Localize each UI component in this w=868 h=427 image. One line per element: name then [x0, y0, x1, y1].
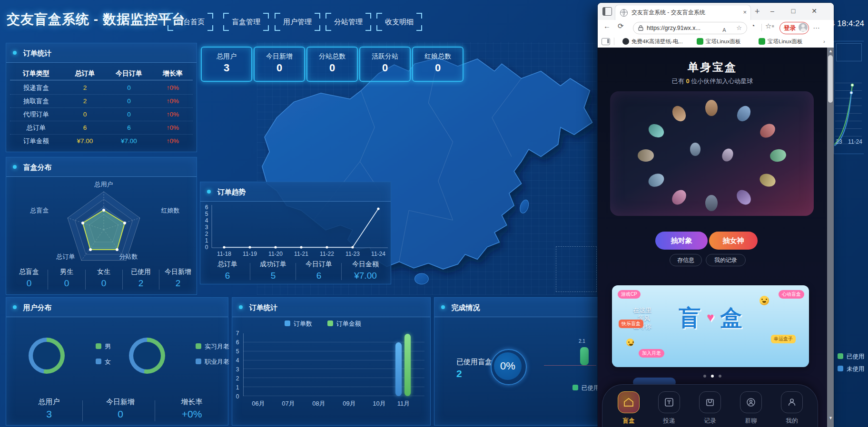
login-button[interactable]: 登录 — [779, 22, 809, 34]
panel-dot — [13, 165, 17, 169]
stat-card-active-sites: 活跃分站 0 — [359, 47, 411, 82]
my-records-button[interactable]: 我的记录 — [706, 254, 746, 266]
read-aloud-icon[interactable]: Aゞ — [722, 22, 730, 36]
smiley-icon — [760, 296, 769, 305]
scroll-down-icon[interactable]: ▼ — [829, 416, 833, 420]
banner-tag-game-cp: 游戏CP — [618, 290, 641, 299]
workspaces-icon[interactable] — [602, 7, 612, 16]
bar-legend: 订单数 订单金额 — [285, 320, 361, 328]
group-chat-icon — [746, 398, 756, 407]
completion-label: 已使用盲盒 — [456, 358, 492, 367]
matchmaker-legend: 实习月老 职业月老 — [196, 342, 229, 366]
carousel-dots[interactable] — [598, 371, 827, 379]
page-scrollbar[interactable]: ▲ ▼ — [827, 48, 834, 427]
nav-finance[interactable]: 收支明细 — [376, 13, 422, 31]
extension-cookie-icon[interactable]: ◔ — [751, 22, 755, 29]
save-info-button[interactable]: 存信息 — [670, 254, 702, 266]
legend-male-swatch — [96, 343, 101, 349]
favorite-star-icon[interactable]: ☆ — [736, 22, 742, 34]
browser-window: 交友盲盒系统 - 交友盲盒系统 × + – □ ✕ ← ⟳ https://gr… — [598, 3, 834, 427]
map-inset-islands — [556, 246, 597, 292]
nav-user-manage[interactable]: 用户管理 — [275, 13, 320, 31]
table-row: 代理订单 0 0 ↑0% — [10, 108, 193, 121]
bookmark-bt-panel-1[interactable]: 宝塔Linux面板 — [691, 35, 741, 48]
sidebar-icon[interactable] — [602, 38, 610, 45]
lock-icon — [638, 25, 643, 31]
draw-partner-button[interactable]: 抽对象 — [655, 232, 708, 250]
bookmarks-overflow-icon[interactable]: › — [823, 35, 825, 48]
matchmaker-donut-chart — [129, 338, 165, 374]
webpage: 单身宝盒 已有 0 位小伙伴加入心动星球 — [598, 48, 834, 427]
legend-intern-swatch — [196, 343, 201, 349]
radar-label: 总盲盒 — [23, 206, 56, 215]
bookbar-divider — [614, 38, 614, 45]
radar-label: 总用户 — [87, 180, 120, 189]
legend-order-count-swatch — [285, 320, 290, 326]
panel-box-distribution: 盲盒分布 总用户 红娘数 分站数 总订单 总盲盒 总盲盒 — [6, 157, 197, 295]
bookmarks-bar: 免费4K高清壁纸-电... 宝塔Linux面板 宝塔Linux面板 › — [598, 35, 834, 48]
browser-tab-strip: 交友盲盒系统 - 交友盲盒系统 × + – □ ✕ — [598, 3, 834, 20]
table-row: 投递盲盒 2 0 ↑0% — [10, 81, 193, 95]
trend-line-chart — [211, 205, 388, 249]
table-row: 总订单 6 6 ↑0% — [10, 121, 193, 135]
new-tab-icon[interactable]: + — [755, 7, 760, 17]
panel-dot — [441, 305, 445, 309]
appnav-me[interactable]: 我的 — [777, 391, 807, 425]
mini-bar-axis — [544, 365, 596, 366]
heart-icon: ♥ — [707, 310, 714, 324]
bookmark-icon — [759, 38, 765, 45]
address-bar[interactable]: https://grzy.91wx.x... Aゞ ☆ — [633, 22, 747, 34]
avatar-sphere-card[interactable] — [610, 91, 814, 216]
gender-legend: 男 女 — [96, 342, 111, 366]
radar-label: 总订单 — [49, 252, 82, 261]
stat-male: 男生 0 — [50, 268, 83, 289]
draw-goddess-button[interactable]: 抽女神 — [709, 232, 758, 250]
browser-tab[interactable]: 交友盲盒系统 - 交友盲盒系统 × — [615, 5, 751, 20]
back-icon[interactable]: ← — [603, 22, 611, 30]
tab-close-icon[interactable]: × — [743, 5, 747, 19]
banner-tag-top-right: 心动盲盒 — [779, 290, 804, 299]
appnav-records[interactable]: 记录 — [695, 391, 725, 425]
promo-banner[interactable]: 盲 ♥ 盒 游戏CP 心动盲盒 在这里 等风 也等你 快乐盲盒 加入月老 幸运盒… — [612, 285, 809, 367]
nav-box-manage[interactable]: 盲盒管理 — [223, 13, 269, 31]
panel-dot — [13, 51, 17, 55]
home-icon — [623, 398, 634, 407]
smiley-icon — [626, 339, 634, 346]
favorites-hub-icon[interactable]: ☆≡ — [765, 22, 774, 30]
toolbar-divider — [761, 24, 762, 31]
nav-site-manage[interactable]: 分站管理 — [326, 13, 371, 31]
bar-order-amount-nov — [404, 334, 411, 396]
window-close-icon[interactable]: ✕ — [807, 5, 821, 17]
bag-icon — [705, 398, 715, 407]
table-row: 订单金额 ¥7.00 ¥7.00 ↑0% — [10, 135, 193, 147]
userdist-stat-total: 总用户 3 — [20, 398, 78, 420]
window-minimize-icon[interactable]: – — [765, 5, 779, 17]
bookmark-bt-panel-2[interactable]: 宝塔Linux面板 — [753, 35, 803, 48]
settings-more-icon[interactable]: … — [813, 22, 820, 30]
banner-tag-right: 幸运盒子 — [771, 335, 796, 343]
panel-order-table-header: 订单统计 — [6, 43, 197, 63]
refresh-icon[interactable]: ⟳ — [618, 22, 624, 30]
appnav-box[interactable]: 盲盒 — [613, 391, 644, 425]
window-maximize-icon[interactable]: □ — [786, 5, 800, 17]
radar-label: 分站数 — [112, 252, 145, 261]
stat-card-total-users: 总用户 3 — [201, 47, 252, 82]
app-bottom-nav: 盲盒 投递 记录 群聊 我的 — [602, 384, 818, 427]
app-title: 单身宝盒 — [598, 60, 827, 75]
stat-card-new-today: 今日新增 0 — [254, 47, 305, 82]
stat-new-today: 今日新增 2 — [160, 268, 196, 289]
bookmark-wallpaper[interactable]: 免费4K高清壁纸-电... — [617, 35, 683, 48]
right-strip-lines — [834, 81, 864, 146]
appnav-deliver[interactable]: 投递 — [654, 391, 684, 425]
scrollbar-thumb[interactable] — [828, 55, 833, 103]
right-strip-header — [836, 43, 862, 61]
bar-order-count-nov — [395, 342, 402, 396]
panel-order-table: 订单统计 订单类型 总订单 今日订单 增长率 投递盲盒 2 0 ↑0% 抽取盲盒… — [6, 43, 197, 152]
nav-home[interactable]: 后台首页 — [168, 13, 213, 31]
appnav-chat[interactable]: 群聊 — [736, 391, 766, 425]
screen: 交友盲盒系统 - 数据监控平台 /24 18:4:24 后台首页 盲盒管理 用户… — [0, 0, 868, 427]
scroll-up-icon[interactable]: ▲ — [829, 49, 833, 53]
panel-dot — [207, 190, 211, 194]
legend-used-swatch — [572, 385, 578, 390]
table-header-row: 订单类型 总订单 今日订单 增长率 — [10, 67, 193, 80]
